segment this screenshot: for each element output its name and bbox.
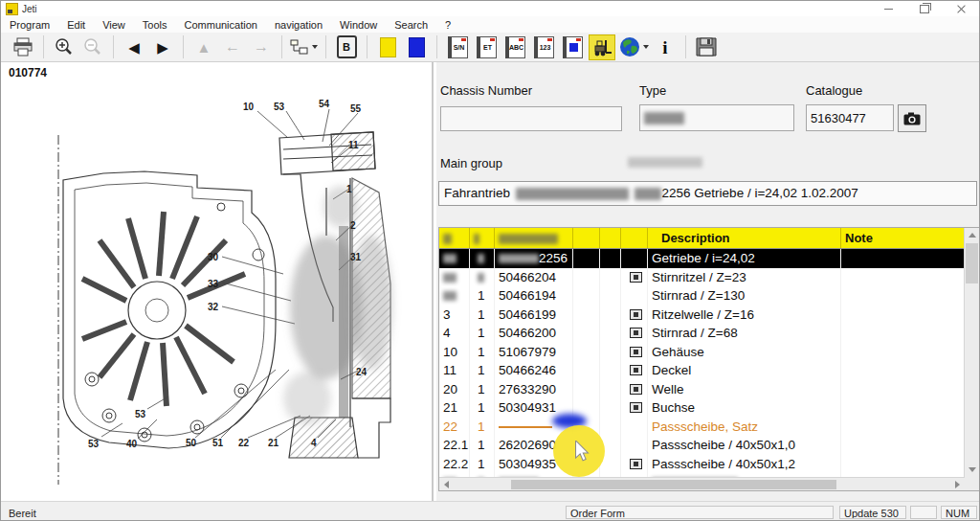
- menu-edit[interactable]: Edit: [58, 19, 94, 31]
- toolbar: ◀ ▶ ▲ ← → B S/N ET ABC 123 i: [1, 33, 979, 62]
- highlight-yellow-button[interactable]: [375, 34, 400, 59]
- previous-page-button[interactable]: ◀: [122, 34, 146, 59]
- status-blank-pane: [910, 506, 937, 519]
- table-row[interactable]: 11150466246Deckel: [439, 361, 965, 380]
- part-image-icon[interactable]: [630, 309, 642, 320]
- close-icon: [957, 5, 966, 13]
- scroll-left-button[interactable]: [439, 478, 454, 490]
- parts-panel: Chassis Number Type Catalogue Main group…: [436, 62, 980, 501]
- et-catalog-button[interactable]: ET: [474, 34, 499, 59]
- exploded-drawing-panel[interactable]: 1053545511123130333224534053505122214: [54, 82, 429, 498]
- catalogue-image-button[interactable]: [898, 104, 926, 132]
- part-image-icon[interactable]: [630, 365, 642, 375]
- parts-table: Description Note 2256Getriebe / i=24,025…: [438, 227, 980, 491]
- b-document-icon: B: [337, 35, 357, 58]
- blue-catalog-button[interactable]: [560, 34, 585, 59]
- restore-button[interactable]: [906, 1, 943, 16]
- language-button[interactable]: [619, 34, 649, 59]
- zoom-out-icon: [83, 37, 102, 57]
- table-row[interactable]: 21150304931Buchse: [439, 398, 965, 418]
- scroll-up-button[interactable]: [965, 228, 979, 242]
- menu-communication[interactable]: Communication: [176, 19, 266, 31]
- minimize-button[interactable]: [870, 1, 906, 16]
- header-qty[interactable]: [470, 228, 495, 248]
- table-row[interactable]: 22.1126202690Passscheibe / 40x50x1,0: [439, 436, 965, 455]
- menu-tools[interactable]: Tools: [134, 19, 176, 31]
- redacted-text: [443, 291, 457, 301]
- menu-window[interactable]: Window: [331, 19, 386, 31]
- bom-button[interactable]: B: [334, 34, 359, 59]
- abc-catalog-button[interactable]: ABC: [502, 34, 527, 59]
- table-row[interactable]: 2256Getriebe / i=24,02: [439, 249, 965, 268]
- up-level-button[interactable]: ▲: [191, 34, 216, 59]
- vertical-scrollbar[interactable]: [964, 228, 979, 490]
- vertical-scroll-thumb[interactable]: [966, 243, 978, 283]
- drawing-callout: 50: [186, 438, 196, 448]
- forward-arrow-icon: →: [254, 39, 269, 55]
- menu-program[interactable]: Program: [1, 19, 58, 31]
- header-note[interactable]: Note: [841, 228, 965, 248]
- info-button[interactable]: i: [653, 34, 678, 59]
- table-row[interactable]: 50466204Stirnritzel / Z=23: [439, 268, 965, 287]
- menu-help[interactable]: ?: [436, 19, 459, 31]
- table-row[interactable]: 22.2150304935Passscheibe / 40x50x1,2: [439, 455, 965, 474]
- panel-splitter[interactable]: [432, 62, 434, 501]
- horizontal-scrollbar[interactable]: [439, 477, 965, 490]
- type-input[interactable]: [639, 104, 794, 131]
- main-group-field[interactable]: Fahrantrieb 2256 Getriebe / i=24,02 1.02…: [438, 181, 977, 206]
- info-icon: i: [662, 38, 667, 57]
- next-page-button[interactable]: ▶: [150, 34, 175, 59]
- part-image-icon[interactable]: [630, 384, 642, 395]
- menu-view[interactable]: View: [94, 19, 134, 31]
- camera-icon: [903, 112, 921, 125]
- redacted-text: [443, 273, 457, 283]
- table-row[interactable]: 4150466200Stirnrad / Z=68: [439, 324, 965, 343]
- scroll-right-button[interactable]: [950, 478, 965, 490]
- redacted-text: [478, 254, 484, 263]
- part-image-icon[interactable]: [630, 272, 642, 283]
- print-button[interactable]: [11, 34, 35, 59]
- header-description[interactable]: Description: [648, 228, 841, 248]
- drawing-callout: 10: [243, 102, 254, 112]
- drawing-callout: 40: [126, 439, 137, 449]
- header-col5[interactable]: [600, 228, 621, 248]
- table-row[interactable]: 150466194Stirnrad / Z=130: [439, 286, 965, 306]
- header-image[interactable]: [621, 228, 648, 248]
- drawing-callout: 54: [319, 99, 329, 109]
- close-button[interactable]: [943, 1, 979, 16]
- header-part-number[interactable]: [495, 228, 573, 248]
- part-image-icon[interactable]: [630, 328, 642, 338]
- horizontal-scroll-thumb[interactable]: [511, 480, 836, 489]
- dropdown-caret-icon: [312, 45, 318, 49]
- zoom-out-button[interactable]: [80, 34, 105, 59]
- part-image-icon[interactable]: [630, 402, 642, 413]
- menu-search[interactable]: Search: [386, 19, 436, 31]
- sn-book-icon: S/N: [448, 36, 468, 58]
- part-image-icon[interactable]: [630, 347, 642, 357]
- chassis-number-input[interactable]: [440, 106, 622, 131]
- table-row[interactable]: 10151067979Gehäuse: [439, 343, 965, 362]
- header-pos[interactable]: [439, 228, 470, 248]
- table-row[interactable]: 221Passscheibe, Satz: [439, 418, 965, 437]
- catalogue-input[interactable]: [806, 104, 894, 131]
- save-button[interactable]: [694, 34, 719, 59]
- table-row[interactable]: 20127633290Welle: [439, 380, 965, 399]
- scroll-down-button[interactable]: [965, 463, 979, 477]
- zoom-in-button[interactable]: [52, 34, 77, 59]
- numeric-catalog-button[interactable]: 123: [531, 34, 556, 59]
- scroll-right-icon: [955, 481, 960, 488]
- dash-placeholder: [499, 426, 552, 428]
- highlight-blue-button[interactable]: [404, 34, 429, 59]
- part-image-icon[interactable]: [630, 459, 642, 469]
- header-col4[interactable]: [573, 228, 600, 248]
- table-row[interactable]: 3150466199Ritzelwelle / Z=16: [439, 306, 965, 325]
- minimize-icon: [884, 9, 893, 10]
- history-forward-button[interactable]: →: [249, 34, 274, 59]
- serial-number-catalog-button[interactable]: S/N: [445, 34, 470, 59]
- menu-navigation[interactable]: navigation: [266, 19, 331, 31]
- numeric-book-icon: 123: [534, 36, 554, 58]
- history-back-button[interactable]: ←: [220, 34, 245, 59]
- vehicle-catalog-button[interactable]: [589, 34, 615, 60]
- blue-swatch-icon: [409, 37, 425, 57]
- tree-view-button[interactable]: [290, 34, 318, 59]
